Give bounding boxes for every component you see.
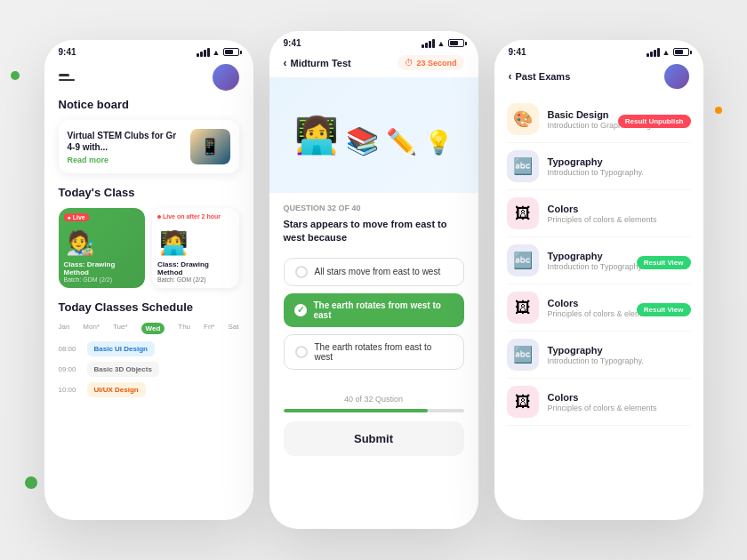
notice-card[interactable]: Virtual STEM Clubs for Gr 4-9 with... Re…: [59, 120, 239, 173]
option-3[interactable]: The earth rotates from east to west: [284, 334, 464, 370]
exam-icon-4: 🔤: [507, 244, 539, 276]
badge-unpublish: Result Unpublish: [618, 115, 691, 128]
page-title-2: Midturm Test: [291, 58, 351, 68]
live-badge-1: ● Live: [64, 213, 89, 221]
p3-header: ‹ Past Exams: [494, 60, 703, 96]
submit-button[interactable]: Submit: [284, 421, 464, 456]
status-bar-3: 9:41 ▲: [494, 40, 703, 60]
exam-sub-7: Principles of colors & elements: [548, 404, 691, 412]
schedule-title: Today Classes Schedule: [59, 300, 239, 314]
badge-view-4[interactable]: Result View: [637, 256, 691, 269]
exam-item-1[interactable]: 🎨 Basic Design Introduction to Graphic D…: [507, 96, 691, 143]
timer-badge: ⏱ 23 Second: [398, 55, 463, 70]
result-badge-4: Result View: [637, 252, 691, 268]
p1-main-content: Notice board Virtual STEM Clubs for Gr 4…: [44, 98, 253, 403]
class-pill-1[interactable]: Basic UI Design: [87, 341, 155, 356]
option-1[interactable]: All stars move from east to west: [284, 258, 464, 286]
exam-title-7: Colors: [548, 392, 691, 403]
exam-info-6: Typography Introduction to Typography.: [548, 345, 691, 365]
time-900: 09:00: [59, 365, 82, 373]
class-cards-row: ● Live 🧑‍🎨 Class: Drawing Method Batch: …: [59, 208, 239, 288]
read-more-link[interactable]: Read more: [68, 156, 183, 164]
avatar-3[interactable]: [664, 64, 689, 89]
exam-title-6: Typography: [548, 345, 691, 356]
exam-sub-3: Principles of colors & elements: [548, 215, 691, 224]
class-card-1[interactable]: ● Live 🧑‍🎨 Class: Drawing Method Batch: …: [59, 208, 146, 288]
notice-text: Virtual STEM Clubs for Gr 4-9 with... Re…: [68, 130, 183, 164]
status-icons-3: ▲: [647, 48, 689, 57]
class-info-1: Class: Drawing Method Batch: GDM (2/2): [64, 260, 141, 283]
day-jan: Jan: [59, 323, 70, 334]
day-sat: Sat: [228, 323, 238, 334]
class-info-2: Class: Drawing Method Batch: GDM (2/2): [157, 260, 234, 283]
radio-1: [295, 266, 308, 278]
exam-item-4[interactable]: 🔤 Typography Introduction to Typography.…: [507, 237, 691, 284]
exam-item-2[interactable]: 🔤 Typography Introduction to Typography.: [507, 143, 691, 190]
check-icon: ✓: [297, 305, 304, 315]
page-title-3: Past Exams: [516, 71, 571, 82]
badge-view-5[interactable]: Result View: [637, 303, 691, 316]
notice-image: 📱: [190, 129, 230, 164]
day-thu[interactable]: Thu: [178, 323, 190, 334]
wifi-icon-1: ▲: [213, 48, 221, 57]
wifi-icon-3: ▲: [663, 48, 671, 57]
option-2[interactable]: ✓ The earth rotates from west to east: [284, 293, 464, 327]
avatar[interactable]: [213, 64, 239, 91]
exam-info-3: Colors Principles of colors & elements: [548, 204, 691, 224]
time-1000: 10:00: [59, 386, 82, 394]
hamburger-menu[interactable]: [59, 74, 75, 81]
option-text-3: The earth rotates from east to west: [315, 342, 453, 362]
radio-3: [295, 346, 308, 358]
wifi-icon-2: ▲: [438, 39, 446, 48]
schedule-row-2: 09:00 Basic 3D Objects: [59, 362, 239, 377]
status-bar-1: 9:41 ▲: [44, 40, 253, 60]
timer-icon: ⏱: [405, 58, 414, 68]
class-icon-1: 🧑‍🎨: [66, 229, 94, 257]
class-pill-2[interactable]: Basic 3D Objects: [87, 362, 159, 377]
exam-info-7: Colors Principles of colors & elements: [548, 392, 691, 412]
class-name-1: Class: Drawing Method: [64, 260, 141, 276]
status-icons-1: ▲: [197, 48, 239, 57]
class-card-2[interactable]: Live on after 2 hour 🧑‍💻 Class: Drawing …: [152, 208, 239, 288]
exam-info-2: Typography Introduction to Typography.: [548, 156, 691, 177]
exam-item-5[interactable]: 🖼 Colors Principles of colors & elements…: [507, 284, 691, 332]
progress-bar: [284, 409, 464, 412]
exam-item-6[interactable]: 🔤 Typography Introduction to Typography.: [507, 332, 691, 379]
question-content: QUESTION 32 OF 40 Stars appears to move …: [269, 193, 478, 388]
exam-title-3: Colors: [548, 204, 691, 214]
exam-item-3[interactable]: 🖼 Colors Principles of colors & elements: [507, 190, 691, 237]
exam-icon-1: 🎨: [507, 103, 539, 135]
status-bar-2: 9:41 ▲: [269, 31, 478, 52]
p1-app-header: [44, 60, 253, 98]
timer-text: 23 Second: [416, 59, 456, 68]
battery-icon-3: [673, 48, 689, 56]
result-badge-5: Result View: [637, 300, 691, 316]
battery-icon-1: [223, 48, 239, 56]
class-batch-1: Batch: GDM (2/2): [64, 276, 141, 283]
progress-fill: [284, 409, 428, 412]
student-illustration: 👩‍💻: [294, 115, 339, 156]
phone-1-dashboard: 9:41 ▲ Notice board Virtual STEM Clubs f…: [44, 40, 253, 520]
day-fri: Fri*: [204, 323, 214, 334]
signal-icon-1: [197, 48, 210, 57]
day-wed[interactable]: Wed: [141, 323, 165, 334]
phone-3-exams: 9:41 ▲ ‹ Past Exams 🎨 Basic Design Intro…: [494, 40, 703, 520]
bulb-illustration: 💡: [424, 129, 453, 156]
exam-icon-7: 🖼: [507, 386, 539, 418]
class-batch-2: Batch: GDM (2/2): [157, 276, 234, 283]
exam-item-7[interactable]: 🖼 Colors Principles of colors & elements: [507, 379, 691, 426]
bg-dot-1: [11, 71, 20, 80]
back-button-3[interactable]: ‹ Past Exams: [509, 70, 571, 83]
question-text: Stars appears to move from east to west …: [284, 218, 464, 245]
exam-icon-2: 🔤: [507, 150, 539, 182]
signal-icon-2: [422, 39, 435, 48]
back-button-2[interactable]: ‹ Midturm Test: [284, 57, 351, 69]
quiz-illustration: 👩‍💻 📚 ✏️ 💡: [269, 77, 478, 193]
bg-dot-2: [715, 107, 722, 114]
radio-2: ✓: [294, 304, 307, 316]
time-1: 9:41: [59, 47, 76, 57]
status-icons-2: ▲: [422, 39, 464, 48]
class-pill-3[interactable]: UI/UX Design: [87, 382, 146, 397]
exam-title-2: Typography: [548, 156, 691, 167]
option-text-2: The earth rotates from west to east: [314, 300, 454, 320]
